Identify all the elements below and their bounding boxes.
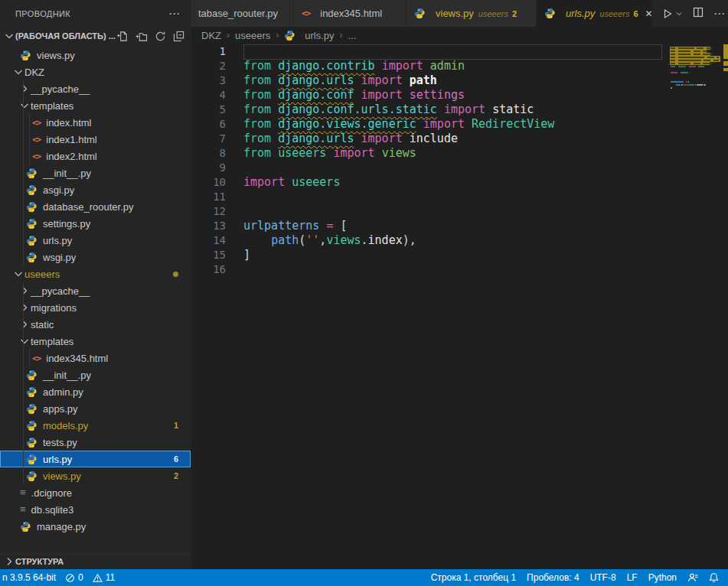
new-folder-icon[interactable] — [135, 31, 148, 42]
tree-item-static[interactable]: static — [0, 316, 191, 333]
tree-item--pycache-[interactable]: __pycache__ — [0, 80, 191, 97]
workspace-section-header[interactable]: (РАБОЧАЯ ОБЛАСТЬ) ... — [0, 27, 191, 45]
line-number: 4 — [191, 88, 226, 103]
tree-item-useeers[interactable]: useeers — [0, 265, 191, 282]
tree-item-apps-py[interactable]: apps.py — [0, 400, 191, 417]
status-item-error[interactable]: 0 — [65, 572, 83, 583]
tree-item-database-roouter-py[interactable]: database_roouter.py — [0, 198, 191, 215]
minimap[interactable] — [670, 44, 720, 93]
new-file-icon[interactable] — [117, 31, 129, 42]
split-editor-icon[interactable] — [693, 7, 704, 21]
tab-tabase-roouter-py[interactable]: tabase_roouter.py — [191, 0, 293, 27]
tree-item-urls-py[interactable]: urls.py6 — [0, 451, 191, 467]
status-item-warning[interactable]: 11 — [93, 572, 115, 583]
run-dropdown-chevron-icon[interactable] — [675, 7, 683, 21]
breadcrumb-item--[interactable]: ... — [348, 30, 357, 41]
code-line-9[interactable]: 9 — [191, 161, 728, 175]
code-line-4[interactable]: 4from django.conf import settings — [191, 88, 728, 103]
tree-item-label: __init__.py — [43, 370, 91, 381]
tree-item--dcignore[interactable]: ≡.dcignore — [0, 484, 191, 501]
status-bar-right: Строка 1, столбец 1Пробелов: 4UTF-8LFPyt… — [431, 572, 728, 583]
tree-item-settings-py[interactable]: settings.py — [0, 215, 191, 232]
code-text — [226, 190, 243, 204]
code-editor[interactable]: 12from django.contrib import admin3from … — [191, 44, 728, 569]
error-icon — [65, 573, 75, 583]
tree-item-models-py[interactable]: models.py1 — [0, 417, 191, 434]
tree-item-label: index345.html — [46, 353, 108, 364]
tree-item-views-py[interactable]: views.py2 — [0, 467, 191, 484]
close-icon[interactable]: ✕ — [645, 9, 652, 18]
breadcrumb-item-useeers[interactable]: useeers — [235, 30, 270, 41]
code-line-5[interactable]: 5from django.conf.urls.static import sta… — [191, 103, 728, 117]
tree-item--init-py[interactable]: __init__.py — [0, 164, 191, 181]
code-line-1[interactable]: 1 — [191, 44, 728, 59]
code-line-2[interactable]: 2from django.contrib import admin — [191, 59, 728, 73]
code-text — [226, 204, 243, 219]
status-item-feedback[interactable] — [687, 572, 698, 583]
code-line-13[interactable]: 13urlpatterns = [ — [191, 219, 728, 233]
refresh-icon[interactable] — [155, 31, 166, 42]
tree-item-index345-html[interactable]: <>index345.html — [0, 350, 191, 366]
file-tree: views.pyDKZ__pycache__templates<>index.h… — [0, 47, 191, 535]
python-icon — [26, 420, 43, 431]
tree-item-templates[interactable]: templates — [0, 97, 191, 114]
outline-section-header[interactable]: СТРУКТУРА — [0, 553, 191, 569]
status-item-lf[interactable]: LF — [627, 572, 638, 583]
line-number: 13 — [191, 219, 226, 233]
chevron-right-icon — [18, 83, 31, 95]
explorer-title: ПРОВОДНИК — [15, 9, 168, 18]
status-item-python[interactable]: Python — [648, 572, 677, 583]
tree-item-urls-py[interactable]: urls.py — [0, 232, 191, 249]
tab-index345-html[interactable]: <>index345.html — [294, 0, 406, 27]
tree-item-label: static — [31, 319, 54, 330]
tree-item-templates[interactable]: templates — [0, 333, 191, 350]
code-line-7[interactable]: 7from django.urls import include — [191, 132, 728, 146]
code-line-11[interactable]: 11 — [191, 190, 728, 204]
status-item-bell[interactable] — [709, 572, 719, 583]
code-line-6[interactable]: 6from django.views.generic import Redire… — [191, 117, 728, 132]
breadcrumb-item-urls-py[interactable]: urls.py — [284, 30, 334, 41]
tree-item-manage-py[interactable]: manage.py — [0, 518, 191, 535]
tree-item-index2-html[interactable]: <>index2.html — [0, 148, 191, 164]
code-line-14[interactable]: 14 path('',views.index), — [191, 233, 728, 248]
tree-item-index-html[interactable]: <>index.html — [0, 114, 191, 131]
run-python-file-button[interactable] — [662, 7, 683, 21]
indent-guide — [23, 434, 24, 451]
indent-guide — [23, 299, 24, 316]
tree-item--init-py[interactable]: __init__.py — [0, 366, 191, 383]
status-item-строка-1-столбец-1[interactable]: Строка 1, столбец 1 — [431, 572, 516, 583]
more-actions-icon[interactable]: ⋯ — [713, 11, 725, 17]
tree-item-dkz[interactable]: DKZ — [0, 63, 191, 80]
status-item-utf-8[interactable]: UTF-8 — [590, 572, 616, 583]
indent-guide — [29, 131, 30, 148]
tree-item-admin-py[interactable]: admin.py — [0, 383, 191, 400]
tree-item-db-sqlite3[interactable]: ≡db.sqlite3 — [0, 501, 191, 518]
tree-item-views-py[interactable]: views.py — [0, 47, 191, 63]
tree-item-wsgi-py[interactable]: wsgi.py — [0, 249, 191, 265]
code-line-8[interactable]: 8from useeers import views — [191, 146, 728, 161]
breadcrumb-item-dkz[interactable]: DKZ — [201, 30, 221, 41]
tree-item-label: migrations — [31, 302, 77, 314]
code-line-15[interactable]: 15] — [191, 248, 728, 262]
collapse-all-icon[interactable] — [173, 31, 184, 42]
tab-views-py[interactable]: views.pyuseeers2 — [406, 0, 536, 27]
line-number: 7 — [191, 132, 226, 146]
status-item-label: LF — [627, 572, 638, 583]
tab-urls-py[interactable]: urls.pyuseeers6✕ — [537, 0, 652, 27]
tree-item-migrations[interactable]: migrations — [0, 299, 191, 316]
explorer-more-icon[interactable]: ⋯ — [168, 10, 180, 18]
tree-item-index1-html[interactable]: <>index1.html — [0, 131, 191, 148]
code-line-16[interactable]: 16 — [191, 262, 728, 277]
chevron-right-icon — [18, 285, 31, 297]
ruler-warning-mark — [723, 44, 728, 59]
code-line-3[interactable]: 3from django.urls import path — [191, 73, 728, 88]
tree-item-asgi-py[interactable]: asgi.py — [0, 181, 191, 198]
tree-item-tests-py[interactable]: tests.py — [0, 434, 191, 451]
status-item-n-3-9-5-64-bit[interactable]: n 3.9.5 64-bit — [2, 572, 56, 583]
tree-item--pycache-[interactable]: __pycache__ — [0, 282, 191, 299]
status-item-label: UTF-8 — [590, 572, 616, 583]
code-text: from django.urls import path — [226, 73, 437, 88]
code-line-10[interactable]: 10import useeers — [191, 175, 728, 190]
status-item-пробелов-4[interactable]: Пробелов: 4 — [527, 572, 579, 583]
code-line-12[interactable]: 12 — [191, 204, 728, 219]
